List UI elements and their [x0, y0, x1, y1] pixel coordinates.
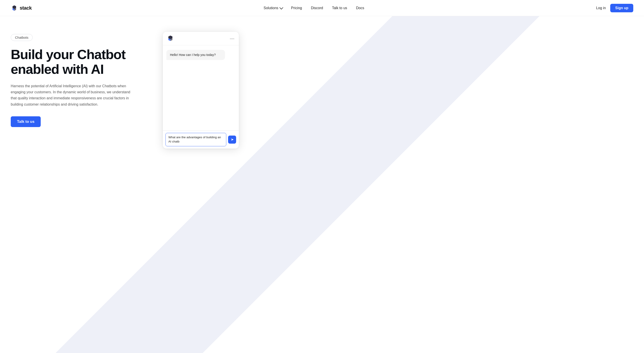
chat-input-area: ➤ — [163, 130, 239, 149]
nav-auth: Log in Sign up — [596, 4, 633, 12]
minimize-icon[interactable]: — — [230, 36, 234, 41]
send-icon: ➤ — [231, 137, 234, 142]
logo-text: stack — [20, 5, 32, 11]
chat-greeting-bubble: Hello! How can I help you today? — [166, 50, 225, 60]
logo-icon — [11, 5, 18, 12]
chatbots-badge: Chatbots — [11, 34, 33, 41]
nav-links: Solutions Pricing Discord Talk to us Doc… — [264, 6, 364, 10]
chat-header: — — [163, 32, 239, 46]
discord-link[interactable]: Discord — [311, 6, 323, 10]
chevron-down-icon — [279, 6, 283, 10]
hero-content: Chatbots Build your Chatbot enabled with… — [11, 30, 163, 127]
chat-send-button[interactable]: ➤ — [228, 136, 236, 144]
talk-to-us-link[interactable]: Talk to us — [332, 6, 347, 10]
chat-logo-icon — [167, 35, 174, 42]
chat-window: — Hello! How can I help you today? ➤ — [163, 32, 239, 149]
docs-link[interactable]: Docs — [356, 6, 364, 10]
chat-widget: — Hello! How can I help you today? ➤ — [163, 32, 239, 149]
chat-messages: Hello! How can I help you today? — [163, 46, 239, 130]
solutions-menu[interactable]: Solutions — [264, 6, 282, 10]
hero-section: Chatbots Build your Chatbot enabled with… — [0, 16, 644, 353]
logo-link[interactable]: stack — [11, 5, 32, 12]
login-link[interactable]: Log in — [596, 6, 606, 10]
hero-description: Harness the potential of Artificial Inte… — [11, 83, 136, 107]
talk-to-us-button[interactable]: Talk to us — [11, 116, 41, 127]
pricing-link[interactable]: Pricing — [291, 6, 302, 10]
hero-title: Build your Chatbot enabled with AI — [11, 47, 163, 77]
chat-input[interactable] — [166, 133, 226, 146]
signup-button[interactable]: Sign up — [610, 4, 633, 12]
navbar: stack Solutions Pricing Discord Talk to … — [0, 0, 644, 16]
